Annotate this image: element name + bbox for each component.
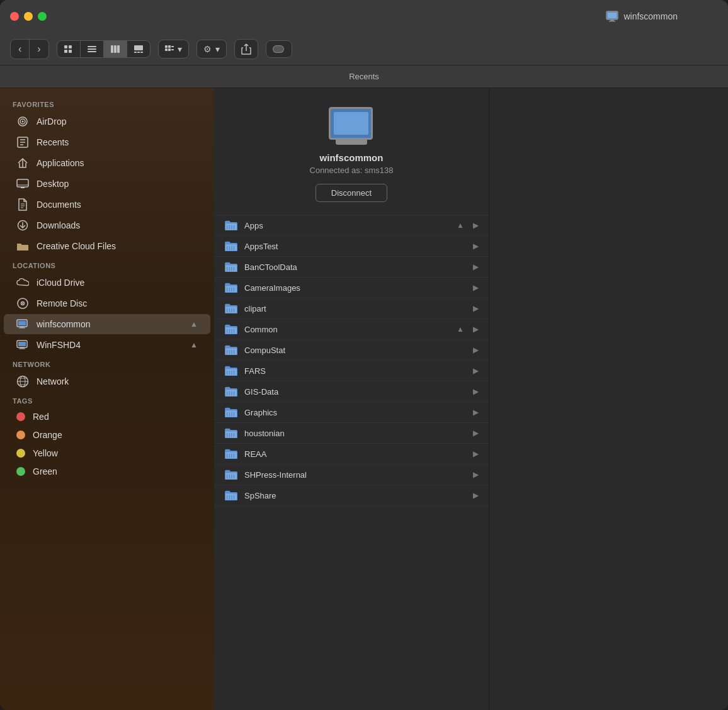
file-row[interactable]: BanCToolData ▶ — [214, 257, 489, 278]
file-name: AppsTest — [244, 242, 467, 251]
sidebar-item-network[interactable]: Network — [4, 371, 210, 392]
svg-rect-9 — [88, 48, 96, 50]
expand-icon[interactable]: ▶ — [473, 304, 479, 313]
expand-icon[interactable]: ▶ — [473, 242, 479, 251]
tag-red-dot — [16, 412, 25, 421]
svg-rect-2 — [610, 20, 614, 21]
expand-icon[interactable]: ▶ — [473, 366, 479, 375]
network-icon — [16, 375, 29, 388]
svg-rect-14 — [134, 45, 143, 50]
sidebar-item-tag-red[interactable]: Red — [4, 408, 210, 425]
eject-winfshd4-icon[interactable]: ▲ — [190, 341, 198, 349]
disconnect-button[interactable]: Disconnect — [316, 184, 387, 202]
file-row[interactable]: Graphics ▶ — [214, 402, 489, 423]
sidebar-header-locations: Locations — [0, 257, 214, 272]
expand-icon[interactable]: ▶ — [473, 491, 479, 500]
sidebar-item-tag-yellow[interactable]: Yellow — [4, 444, 210, 462]
main-content: Favorites AirDrop Recents Applications — [0, 88, 728, 710]
file-row[interactable]: GIS-Data ▶ — [214, 381, 489, 402]
tag-yellow-dot — [16, 449, 25, 458]
sidebar-item-icloud[interactable]: iCloud Drive — [4, 273, 210, 293]
folder-icon — [224, 365, 238, 376]
folder-icon — [224, 261, 238, 273]
svg-rect-12 — [114, 45, 117, 53]
sidebar-item-recents[interactable]: Recents — [4, 132, 210, 152]
file-row[interactable]: REAA ▶ — [214, 444, 489, 465]
folder-icon — [224, 240, 238, 252]
folder-icon — [224, 448, 238, 459]
file-name: Common — [244, 325, 450, 334]
expand-icon[interactable]: ▶ — [473, 325, 479, 334]
titlebar: winfscommon — [0, 0, 728, 33]
sidebar-item-creative-cloud[interactable]: Creative Cloud Files — [4, 236, 210, 256]
expand-icon[interactable]: ▶ — [473, 408, 479, 417]
sidebar-item-downloads[interactable]: Downloads — [4, 215, 210, 235]
file-row[interactable]: Common ▲ ▶ — [214, 319, 489, 340]
file-row[interactable]: CameraImages ▶ — [214, 278, 489, 298]
group-button[interactable]: ▾ — [158, 40, 189, 59]
share-button[interactable] — [234, 39, 258, 59]
expand-icon[interactable]: ▶ — [473, 283, 479, 292]
file-row[interactable]: SpShare ▶ — [214, 485, 489, 506]
sidebar-item-winfshd4[interactable]: WinFSHD4 ▲ — [4, 335, 210, 355]
expand-icon[interactable]: ▶ — [473, 262, 479, 271]
sidebar-label-downloads: Downloads — [37, 220, 80, 230]
expand-icon[interactable]: ▶ — [473, 449, 479, 458]
expand-icon[interactable]: ▶ — [473, 221, 479, 230]
file-row[interactable]: FARS ▶ — [214, 361, 489, 381]
folder-icon — [16, 240, 29, 252]
file-row[interactable]: Apps ▲ ▶ — [214, 215, 489, 236]
svg-rect-49 — [18, 342, 26, 346]
downloads-icon — [16, 219, 29, 232]
file-row[interactable]: SHPress-Internal ▶ — [214, 465, 489, 485]
sidebar-item-airdrop[interactable]: AirDrop — [4, 111, 210, 132]
svg-rect-6 — [64, 50, 67, 53]
expand-icon[interactable]: ▶ — [473, 346, 479, 354]
sidebar-item-applications[interactable]: Applications — [4, 153, 210, 173]
connected-server-name: winfscommon — [320, 152, 384, 163]
close-button[interactable] — [10, 12, 19, 21]
svg-rect-7 — [69, 50, 72, 53]
file-name: REAA — [244, 449, 467, 459]
folder-icon — [224, 407, 238, 418]
file-row[interactable]: AppsTest ▶ — [214, 236, 489, 257]
expand-icon[interactable]: ▶ — [473, 470, 479, 479]
svg-rect-17 — [140, 52, 143, 53]
tags-button[interactable] — [266, 40, 292, 58]
svg-rect-47 — [19, 328, 25, 329]
expand-icon[interactable]: ▶ — [473, 387, 479, 396]
sidebar-label-icloud: iCloud Drive — [37, 278, 84, 288]
tags-icon — [273, 45, 285, 54]
maximize-button[interactable] — [38, 12, 47, 21]
file-row[interactable]: houstonian ▶ — [214, 423, 489, 444]
expand-icon[interactable]: ▶ — [473, 429, 479, 437]
eject-winfscommon-icon[interactable]: ▲ — [190, 320, 198, 329]
sidebar-label-recents: Recents — [37, 137, 69, 147]
file-area: winfscommon Connected as: sms138 Disconn… — [214, 88, 489, 710]
sidebar-item-tag-orange[interactable]: Orange — [4, 426, 210, 444]
eject-icon[interactable]: ▲ — [457, 325, 464, 334]
sidebar-item-winfscommon[interactable]: winfscommon ▲ — [4, 314, 210, 334]
view-list-button[interactable] — [80, 41, 103, 57]
view-column-button[interactable] — [103, 41, 127, 57]
svg-rect-10 — [88, 51, 96, 52]
sidebar-item-remote-disc[interactable]: Remote Disc — [4, 293, 210, 313]
view-cover-button[interactable] — [127, 41, 150, 57]
sidebar-label-documents: Documents — [37, 200, 81, 210]
sidebar-item-tag-green[interactable]: Green — [4, 463, 210, 480]
forward-button[interactable]: › — [29, 40, 48, 59]
action-button[interactable]: ⚙ ▾ — [196, 40, 227, 59]
file-row[interactable]: CompuStat ▶ — [214, 340, 489, 361]
sidebar-item-documents[interactable]: Documents — [4, 194, 210, 215]
tag-green-dot — [16, 467, 25, 476]
computer-small2-icon — [16, 339, 29, 351]
documents-icon — [16, 198, 29, 211]
file-name: SpShare — [244, 491, 467, 500]
eject-icon[interactable]: ▲ — [457, 221, 464, 230]
file-row[interactable]: clipart ▶ — [214, 298, 489, 319]
view-icon-button[interactable] — [57, 41, 80, 57]
back-button[interactable]: ‹ — [11, 40, 29, 59]
minimize-button[interactable] — [24, 12, 33, 21]
svg-rect-23 — [171, 49, 174, 50]
sidebar-item-desktop[interactable]: Desktop — [4, 174, 210, 194]
